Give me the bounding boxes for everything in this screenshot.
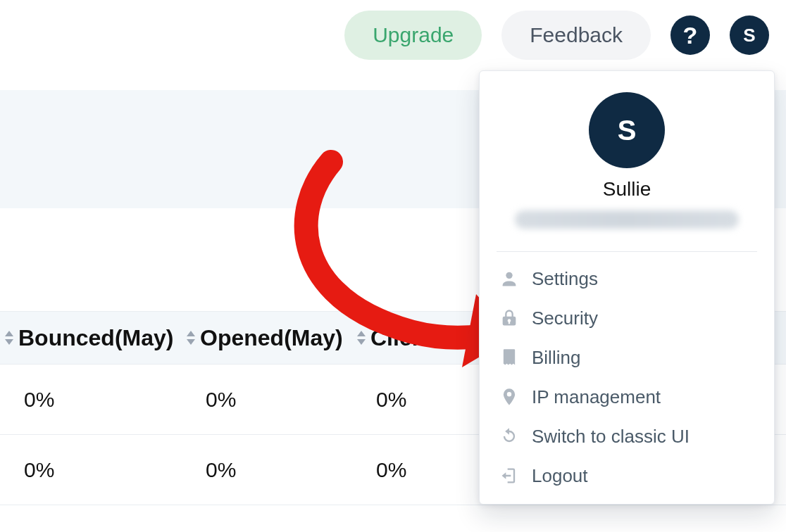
column-label: Bounced(May) [18,325,173,351]
column-label: Opened(May) [200,325,343,351]
dropdown-avatar: S [589,92,665,168]
dropdown-user-email-blurred [515,210,739,229]
cell-opened: 0% [206,388,376,412]
sort-icon [4,331,14,345]
menu-label: Switch to classic UI [532,426,690,448]
divider [497,251,757,252]
refresh-icon [499,426,519,446]
column-header-bounced[interactable]: Bounced(May) [4,325,186,351]
column-header-clicked[interactable]: Click [356,325,483,351]
upgrade-button[interactable]: Upgrade [344,11,482,60]
dropdown-header: S Sullie [497,88,757,241]
menu-item-billing[interactable]: Billing [497,338,757,377]
menu-item-classic[interactable]: Switch to classic UI [497,417,757,456]
dropdown-menu: Settings Security Billing IP management [497,259,757,495]
cell-bounced: 0% [24,388,206,412]
dropdown-user-name: Sullie [603,178,651,201]
cell-bounced: 0% [24,458,206,482]
menu-item-logout[interactable]: Logout [497,456,757,495]
pin-icon [499,387,519,407]
user-icon [499,269,519,289]
menu-label: Logout [532,465,588,487]
sort-icon [186,331,196,345]
menu-label: Settings [532,268,598,290]
svg-point-0 [506,272,512,279]
menu-label: IP management [532,386,661,408]
feedback-button[interactable]: Feedback [501,11,651,60]
menu-item-settings[interactable]: Settings [497,259,757,298]
column-header-opened[interactable]: Opened(May) [186,325,356,351]
cell-opened: 0% [206,458,376,482]
column-label: Click [370,325,424,351]
account-dropdown: S Sullie Settings Security Billing [479,70,775,505]
lock-icon [499,308,519,328]
sort-icon [356,331,366,345]
exit-icon [499,466,519,486]
menu-label: Billing [532,347,580,369]
avatar-button[interactable]: S [730,15,769,55]
menu-label: Security [532,308,598,329]
menu-item-security[interactable]: Security [497,298,757,338]
topbar: Upgrade Feedback ? S [0,0,786,70]
receipt-icon [499,348,519,367]
menu-item-ip[interactable]: IP management [497,377,757,417]
help-button[interactable]: ? [670,15,710,55]
